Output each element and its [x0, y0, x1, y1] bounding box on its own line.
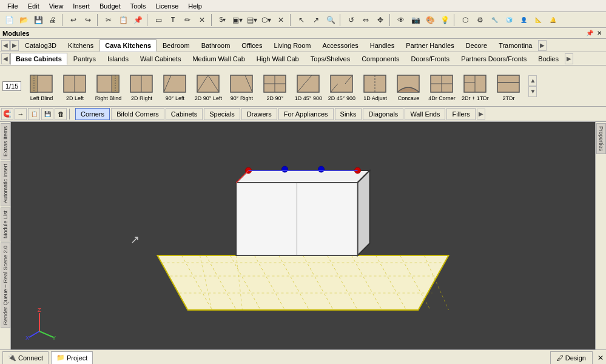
cab-icon-2d-right[interactable]: 2D Right	[126, 69, 157, 103]
toolbar-new[interactable]: 📄	[2, 13, 16, 27]
viewport-3d[interactable]: ↗ X Y Z	[11, 122, 595, 349]
cab-icon-1d-adjust[interactable]: 1D Adjust	[359, 69, 391, 103]
tab-project[interactable]: 📁 Project	[51, 351, 93, 365]
tab-connect[interactable]: 🔌 Connect	[2, 351, 49, 365]
menu-view[interactable]: View	[44, 1, 69, 11]
tab-bodies[interactable]: Bodies	[533, 53, 564, 65]
subcat-drawers[interactable]: Drawers	[241, 108, 277, 120]
menu-help[interactable]: Help	[183, 1, 207, 11]
tab-tramontina[interactable]: Tramontina	[493, 39, 537, 52]
toolbar-draw-text[interactable]: T	[166, 13, 180, 27]
menu-budget[interactable]: Budget	[95, 1, 126, 11]
cab-icon-concave[interactable]: Concave	[392, 69, 424, 103]
toolbar-pointer[interactable]: ↖	[295, 13, 308, 27]
subcat-bifold-corners[interactable]: Bifold Corners	[111, 108, 164, 120]
toolbar-copy[interactable]: 📋	[116, 13, 130, 27]
toolbar-settings[interactable]: ⚙	[473, 13, 486, 27]
sidebar-module-list[interactable]: Module List	[1, 207, 10, 241]
toolbar-frame[interactable]: ▣▾	[231, 13, 244, 27]
sidebar-automatic-insert[interactable]: Automatic Insert	[1, 161, 10, 206]
tool-save2[interactable]: 💾	[41, 108, 53, 120]
tab-accessories[interactable]: Accessories	[317, 39, 364, 52]
toolbar-pencil[interactable]: ✏	[181, 13, 194, 27]
tab-row1-scroll-left[interactable]: ◀	[1, 40, 10, 51]
toolbar-b3[interactable]: 👤	[517, 13, 530, 27]
subcat-more[interactable]: ▶	[477, 109, 485, 120]
toolbar-pan[interactable]: ✥	[374, 13, 387, 27]
tool-trash[interactable]: 🗑	[55, 108, 67, 120]
tab-medium-wall-cab[interactable]: Medium Wall Cab	[187, 53, 250, 65]
cab-icon-right-blind[interactable]: Right Blind	[92, 69, 124, 103]
menu-file[interactable]: File	[2, 1, 23, 11]
cab-icon-90-right[interactable]: 90° Right	[226, 69, 257, 103]
cab-icons-scroll-down[interactable]: ▼	[528, 86, 537, 97]
subcat-for-appliances[interactable]: For Appliances	[278, 108, 334, 120]
cab-icon-90-left[interactable]: 90° Left	[159, 69, 190, 103]
toolbar-b1[interactable]: 🔧	[488, 13, 501, 27]
toolbar-delete[interactable]: ✕	[195, 13, 209, 27]
tab-high-wall-cab[interactable]: High Wall Cab	[251, 53, 305, 65]
tab-tops-shelves[interactable]: Tops/Shelves	[305, 53, 355, 65]
cab-icon-left-blind[interactable]: Left Blind	[25, 69, 57, 103]
subcat-sinks[interactable]: Sinks	[335, 108, 362, 120]
toolbar-save[interactable]: 💾	[32, 13, 45, 27]
cab-icon-2tdr[interactable]: 2TDr	[493, 69, 524, 103]
tab-wall-cabinets[interactable]: Wall Cabinets	[135, 53, 186, 65]
toolbar-b4[interactable]: 📐	[531, 13, 545, 27]
tab-base-cabinets[interactable]: Base Cabinets	[10, 53, 67, 65]
tab-row1-scroll-right[interactable]: ▶	[10, 40, 19, 51]
toolbar-b2[interactable]: 🧊	[502, 13, 516, 27]
tool-copy2[interactable]: 📋	[28, 108, 40, 120]
cab-icon-2d-45-900[interactable]: 2D 45° 900	[326, 69, 357, 103]
toolbar-light[interactable]: 💡	[438, 13, 451, 27]
tab-islands[interactable]: Islands	[102, 53, 134, 65]
modules-close[interactable]: ✕	[595, 30, 604, 36]
tool-arrow-r[interactable]: →	[15, 108, 27, 120]
modules-pin[interactable]: 📌	[584, 30, 595, 36]
tool-magnet[interactable]: 🧲	[1, 108, 13, 120]
tab-partner-handles[interactable]: Partner Handles	[400, 39, 460, 52]
toolbar-rotate[interactable]: ↺	[345, 13, 358, 27]
toolbar-mirror[interactable]: ⇔	[359, 13, 372, 27]
tab-pantrys[interactable]: Pantrys	[68, 53, 101, 65]
menu-license[interactable]: License	[150, 1, 183, 11]
toolbar-3d[interactable]: ⬡	[459, 13, 472, 27]
tab-offices[interactable]: Offices	[236, 39, 268, 52]
menu-tools[interactable]: Tools	[126, 1, 151, 11]
toolbar-paste[interactable]: 📌	[131, 13, 144, 27]
tab-handles[interactable]: Handles	[365, 39, 400, 52]
design-button[interactable]: 🖊 Design	[550, 351, 593, 365]
cab-icon-4dr-corner[interactable]: 4Dr Corner	[426, 69, 457, 103]
subcat-diagonals[interactable]: Diagonals	[363, 108, 403, 120]
sidebar-properties[interactable]: Properties	[596, 123, 606, 154]
tab-living-room[interactable]: Living Room	[268, 39, 316, 52]
tab-cava-kitchens[interactable]: Cava Kitchens	[99, 39, 157, 52]
tab-doors-fronts[interactable]: Doors/Fronts	[406, 53, 456, 65]
toolbar-draw-rect[interactable]: ▭	[152, 13, 165, 27]
cab-icon-1d-45-900[interactable]: 1D 45° 900	[292, 69, 324, 103]
cab-icon-2d-90-left[interactable]: 2D 90° Left	[192, 69, 224, 103]
subcat-specials[interactable]: Specials	[204, 108, 240, 120]
tab-kitchens[interactable]: Kitchens	[62, 39, 99, 52]
toolbar-zoom-in[interactable]: 🔍	[324, 13, 337, 27]
toolbar-eye[interactable]: 👁	[394, 13, 408, 27]
toolbar-cut[interactable]: ✂	[102, 13, 115, 27]
tab-bathroom[interactable]: Bathroom	[196, 39, 236, 52]
toolbar-print[interactable]: 🖨	[46, 13, 59, 27]
menu-edit[interactable]: Edit	[23, 1, 44, 11]
tab-catalog3d[interactable]: Catalog3D	[19, 39, 62, 52]
tab-row2-scroll-left[interactable]: ◀	[1, 53, 10, 64]
tab-row2-more[interactable]: ▶	[565, 53, 573, 64]
cab-icons-scroll-up[interactable]: ▲	[528, 75, 537, 86]
toolbar-open[interactable]: 📂	[17, 13, 30, 27]
toolbar-special[interactable]: ✕	[274, 13, 288, 27]
tab-bedroom[interactable]: Bedroom	[157, 39, 195, 52]
close-bottom-panel[interactable]: ✕	[598, 354, 604, 362]
subcat-cabinets[interactable]: Cabinets	[166, 108, 203, 120]
toolbar-render[interactable]: 🎨	[423, 13, 437, 27]
subcat-wall-ends[interactable]: Wall Ends	[405, 108, 445, 120]
toolbar-camera[interactable]: 📷	[409, 13, 422, 27]
subcat-fillers[interactable]: Fillers	[446, 108, 475, 120]
cab-icon-2d-90[interactable]: 2D 90°	[259, 69, 291, 103]
sidebar-render-queue[interactable]: Render Queue – Real Scene 2.0	[1, 243, 10, 328]
